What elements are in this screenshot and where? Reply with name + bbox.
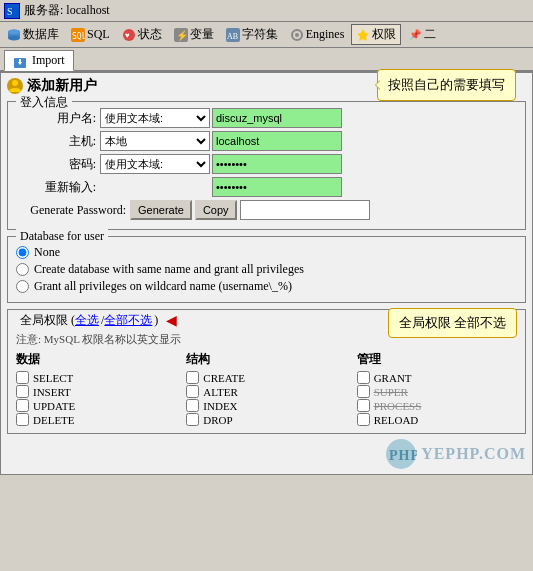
- import-icon: [13, 54, 27, 68]
- arrow-icon: ◀: [166, 312, 177, 329]
- checkbox-process[interactable]: [357, 399, 370, 412]
- db-radio-none[interactable]: [16, 246, 29, 259]
- reenter-label: 重新输入:: [16, 179, 96, 196]
- priv-item-super: SUPER: [357, 385, 517, 398]
- priv-item-update: UPDATE: [16, 399, 176, 412]
- variables-icon: ⚡: [174, 28, 188, 42]
- svg-text:PHP: PHP: [389, 448, 417, 463]
- host-label: 主机:: [16, 133, 96, 150]
- checkbox-update[interactable]: [16, 399, 29, 412]
- username-row: 用户名: 使用文本域:: [16, 108, 517, 128]
- priv-callout: 全局权限 全部不选: [388, 308, 517, 338]
- checkbox-super[interactable]: [357, 385, 370, 398]
- priv-section: 全局权限 ( 全选 / 全部不选) ◀ 全局权限 全部不选 注意: MySQL …: [7, 309, 526, 434]
- svg-rect-18: [19, 59, 21, 62]
- checkbox-grant[interactable]: [357, 371, 370, 384]
- priv-item-alter: ALTER: [186, 385, 346, 398]
- priv-item-select: SELECT: [16, 371, 176, 384]
- priv-item-create: CREATE: [186, 371, 346, 384]
- page-header: 添加新用户 按照自己的需要填写: [7, 77, 526, 95]
- host-row: 主机: 本地: [16, 131, 517, 151]
- priv-col-data-title: 数据: [16, 351, 176, 368]
- toolbar-engines[interactable]: Engines: [285, 25, 350, 44]
- priv-item-delete: DELETE: [16, 413, 176, 426]
- toolbar-privileges[interactable]: 权限: [351, 24, 401, 45]
- sql-icon: SQL: [71, 28, 85, 42]
- user-icon: [7, 78, 23, 94]
- more-icon: 📌: [408, 28, 422, 42]
- checkbox-drop[interactable]: [186, 413, 199, 426]
- watermark: PHP YEPHP.COM: [385, 438, 526, 470]
- deselect-all-link[interactable]: 全部不选: [104, 312, 152, 329]
- toolbar-variables[interactable]: ⚡ 变量: [169, 24, 219, 45]
- db-option-wildcard: Grant all privileges on wildcard name (u…: [16, 279, 517, 294]
- priv-item-drop: DROP: [186, 413, 346, 426]
- engines-icon: [290, 28, 304, 42]
- copy-button[interactable]: Copy: [195, 200, 237, 220]
- db-radio-create[interactable]: [16, 263, 29, 276]
- svg-text:⚡: ⚡: [176, 29, 188, 42]
- generate-button[interactable]: Generate: [130, 200, 192, 220]
- toolbar-status[interactable]: ♥ 状态: [117, 24, 167, 45]
- checkbox-index[interactable]: [186, 399, 199, 412]
- db-legend: Database for user: [16, 229, 108, 244]
- priv-item-insert: INSERT: [16, 385, 176, 398]
- svg-point-15: [295, 33, 299, 37]
- app-icon: S: [4, 3, 20, 19]
- watermark-logo: PHP: [385, 438, 417, 470]
- priv-item-process: PROCESS: [357, 399, 517, 412]
- checkbox-create[interactable]: [186, 371, 199, 384]
- checkbox-reload[interactable]: [357, 413, 370, 426]
- svg-text:AB: AB: [227, 32, 238, 41]
- svg-text:♥: ♥: [125, 31, 130, 40]
- priv-item-reload: RELOAD: [357, 413, 517, 426]
- toolbar-database[interactable]: 数据库: [2, 24, 64, 45]
- title-bar: S 服务器: localhost: [0, 0, 533, 22]
- priv-item-index: INDEX: [186, 399, 346, 412]
- password-select[interactable]: 使用文本域:: [100, 154, 210, 174]
- password-input[interactable]: [212, 154, 342, 174]
- generate-input[interactable]: [240, 200, 370, 220]
- host-select[interactable]: 本地: [100, 131, 210, 151]
- password-label: 密码:: [16, 156, 96, 173]
- generate-row: Generate Password: Generate Copy: [16, 200, 517, 220]
- priv-col-data: 数据 SELECT INSERT UPDATE DELETE: [16, 351, 176, 427]
- select-all-link[interactable]: 全选: [75, 312, 99, 329]
- username-select[interactable]: 使用文本域:: [100, 108, 210, 128]
- username-input[interactable]: [212, 108, 342, 128]
- status-icon: ♥: [122, 28, 136, 42]
- callout-bubble: 按照自己的需要填写: [377, 69, 516, 101]
- svg-point-5: [8, 29, 20, 34]
- toolbar-sql[interactable]: SQL SQL: [66, 25, 115, 44]
- priv-item-grant: GRANT: [357, 371, 517, 384]
- charset-icon: AB: [226, 28, 240, 42]
- title-bar-text: 服务器: localhost: [24, 2, 110, 19]
- db-option-create: Create database with same name and grant…: [16, 262, 517, 277]
- checkbox-insert[interactable]: [16, 385, 29, 398]
- priv-col-structure-title: 结构: [186, 351, 346, 368]
- reenter-input[interactable]: [212, 177, 342, 197]
- priv-col-admin-title: 管理: [357, 351, 517, 368]
- priv-legend: 全局权限 ( 全选 / 全部不选): [16, 312, 162, 329]
- main-content: 添加新用户 按照自己的需要填写 登入信息 用户名: 使用文本域: 主机:: [0, 72, 533, 475]
- page-title: 添加新用户: [7, 77, 97, 95]
- toolbar: 数据库 SQL SQL ♥ 状态 ⚡ 变量: [0, 22, 533, 48]
- watermark-area: PHP YEPHP.COM: [7, 440, 526, 470]
- toolbar-charset[interactable]: AB 字符集: [221, 24, 283, 45]
- priv-col-structure: 结构 CREATE ALTER INDEX DROP: [186, 351, 346, 427]
- db-radio-wildcard[interactable]: [16, 280, 29, 293]
- db-section: Database for user None Create database w…: [7, 236, 526, 303]
- checkbox-alter[interactable]: [186, 385, 199, 398]
- checkbox-delete[interactable]: [16, 413, 29, 426]
- login-legend: 登入信息: [16, 94, 72, 111]
- reenter-row: 重新输入:: [16, 177, 517, 197]
- svg-text:SQL: SQL: [72, 32, 85, 41]
- checkbox-select[interactable]: [16, 371, 29, 384]
- privileges-icon: [356, 28, 370, 42]
- toolbar-more[interactable]: 📌 二: [403, 24, 441, 45]
- tab-import[interactable]: Import: [4, 50, 74, 71]
- priv-columns: 数据 SELECT INSERT UPDATE DELETE: [16, 351, 517, 427]
- svg-point-4: [8, 35, 20, 40]
- host-input[interactable]: [212, 131, 342, 151]
- svg-point-19: [12, 80, 18, 86]
